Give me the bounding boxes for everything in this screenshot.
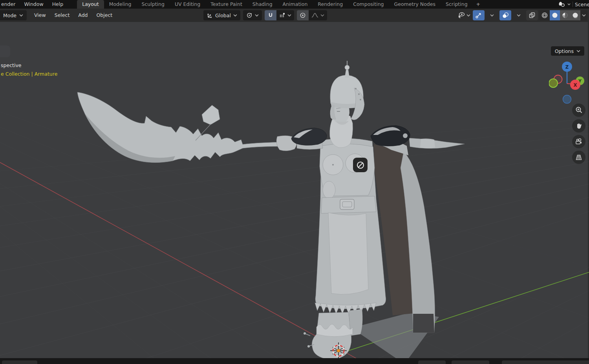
scene-name[interactable]: Scene bbox=[575, 2, 589, 7]
chevron-down-icon bbox=[576, 50, 580, 53]
menu-view[interactable]: View bbox=[30, 9, 50, 22]
proportional-editing-toggle[interactable] bbox=[297, 10, 309, 20]
snap-target-dropdown[interactable] bbox=[276, 10, 294, 20]
solid-shading-button[interactable] bbox=[550, 10, 560, 20]
camera-view-button[interactable] bbox=[572, 135, 585, 148]
statusbar-button[interactable] bbox=[452, 360, 489, 364]
tab-scripting[interactable]: Scripting bbox=[441, 0, 473, 9]
mode-dropdown[interactable]: Mode bbox=[0, 10, 27, 20]
disabled-cursor-icon bbox=[356, 161, 365, 169]
proportional-edit-group bbox=[297, 10, 327, 20]
visibility-icon bbox=[457, 12, 465, 19]
chevron-down-icon bbox=[567, 3, 571, 5]
chevron-down-icon bbox=[255, 14, 259, 17]
tab-compositing[interactable]: Compositing bbox=[348, 0, 389, 9]
zoom-icon bbox=[575, 106, 583, 114]
viewport-nav-buttons bbox=[572, 104, 585, 164]
menu-help[interactable]: Help bbox=[48, 0, 68, 9]
options-button[interactable]: Options bbox=[551, 46, 584, 56]
statusbar-button[interactable] bbox=[418, 360, 446, 364]
tab-rendering[interactable]: Rendering bbox=[313, 0, 348, 9]
magnet-icon bbox=[267, 12, 274, 18]
mode-label: Mode bbox=[3, 13, 16, 18]
material-shading-icon bbox=[562, 12, 569, 19]
menu-window[interactable]: Window bbox=[20, 0, 48, 9]
chevron-down-icon bbox=[490, 14, 494, 17]
menu-render[interactable]: ender bbox=[1, 0, 20, 9]
overlays-dropdown[interactable] bbox=[513, 10, 525, 20]
3d-viewport[interactable]: spective e Collection | Armature Options… bbox=[0, 22, 589, 358]
gizmo-toggle-icon bbox=[475, 12, 482, 19]
menu-object[interactable]: Object bbox=[92, 9, 117, 22]
tab-uv-editing[interactable]: UV Editing bbox=[170, 0, 205, 9]
orientation-label: Global bbox=[215, 13, 231, 18]
workspace-tabs: Layout Modeling Sculpting UV Editing Tex… bbox=[77, 0, 484, 9]
character-model bbox=[276, 61, 465, 359]
weapon-glaive bbox=[77, 92, 295, 162]
show-gizmo-toggle[interactable] bbox=[473, 10, 485, 20]
material-shading-button[interactable] bbox=[560, 10, 570, 20]
shading-dropdown[interactable] bbox=[580, 10, 587, 20]
weapon-cone bbox=[202, 105, 220, 125]
xray-icon bbox=[529, 12, 536, 19]
tab-texture-paint[interactable]: Texture Paint bbox=[205, 0, 247, 9]
statusbar-button[interactable] bbox=[2, 360, 37, 364]
view-name-overlay: spective bbox=[1, 62, 21, 68]
topbar-divider bbox=[573, 2, 573, 7]
scene-render bbox=[0, 22, 589, 364]
statusbar bbox=[0, 358, 589, 364]
falloff-curve-icon bbox=[311, 12, 318, 18]
gizmo-dropdown[interactable] bbox=[486, 10, 498, 20]
chevron-down-icon bbox=[233, 14, 237, 17]
chevron-down-icon bbox=[466, 14, 470, 17]
snap-toggle-button[interactable] bbox=[265, 10, 276, 20]
chevron-down-icon bbox=[287, 14, 291, 17]
pivot-point-icon bbox=[246, 12, 252, 18]
chevron-down-icon bbox=[320, 14, 324, 17]
statusbar-button[interactable] bbox=[502, 360, 589, 364]
transform-snap-cluster: Global bbox=[203, 10, 327, 20]
tab-sculpting[interactable]: Sculpting bbox=[137, 0, 170, 9]
navigation-gizmo[interactable]: Y X Z bbox=[549, 61, 587, 105]
add-workspace-button[interactable]: + bbox=[473, 0, 484, 9]
tab-animation[interactable]: Animation bbox=[278, 0, 313, 9]
tab-layout[interactable]: Layout bbox=[77, 0, 104, 9]
ortho-toggle-button[interactable] bbox=[572, 151, 585, 164]
gizmo-neg-z-ball[interactable] bbox=[563, 95, 571, 104]
viewport-display-cluster bbox=[457, 10, 587, 20]
visibility-dropdown[interactable] bbox=[457, 10, 471, 20]
rendered-shading-button[interactable] bbox=[570, 10, 580, 20]
chevron-down-icon bbox=[582, 14, 586, 17]
transform-orientation-dropdown[interactable]: Global bbox=[203, 10, 240, 20]
apron bbox=[328, 213, 368, 294]
snapping-group bbox=[265, 10, 294, 20]
camera-view-icon bbox=[575, 138, 583, 146]
show-overlays-toggle[interactable] bbox=[499, 10, 511, 20]
options-label: Options bbox=[555, 48, 574, 54]
scene-selector[interactable]: Scene bbox=[558, 0, 589, 9]
pan-hand-icon bbox=[575, 122, 583, 130]
tab-modeling[interactable]: Modeling bbox=[104, 0, 137, 9]
pivot-point-dropdown[interactable] bbox=[243, 10, 262, 20]
topbar: ender Window Help Layout Modeling Sculpt… bbox=[0, 0, 589, 9]
gizmo-x-label: X bbox=[574, 82, 577, 88]
disabled-cursor-badge bbox=[353, 158, 368, 172]
tab-shading[interactable]: Shading bbox=[247, 0, 278, 9]
pan-button[interactable] bbox=[572, 119, 585, 133]
xray-toggle[interactable] bbox=[526, 10, 538, 20]
gizmo-z-label: Z bbox=[565, 64, 569, 70]
wireframe-shading-button[interactable] bbox=[540, 10, 550, 20]
gizmo-neg-y-ball[interactable] bbox=[549, 79, 558, 87]
shading-mode-group bbox=[540, 10, 587, 20]
topbar-menus: ender Window Help bbox=[0, 0, 68, 9]
tab-geometry-nodes[interactable]: Geometry Nodes bbox=[389, 0, 441, 9]
proportional-editing-icon bbox=[300, 12, 306, 18]
toolbar-flap[interactable] bbox=[0, 46, 10, 57]
menu-add[interactable]: Add bbox=[74, 9, 92, 22]
snap-target-icon bbox=[279, 12, 285, 18]
zoom-button[interactable] bbox=[572, 104, 585, 117]
falloff-dropdown[interactable] bbox=[309, 10, 327, 20]
overlays-icon bbox=[502, 12, 509, 19]
menu-select[interactable]: Select bbox=[50, 9, 74, 22]
chevron-down-icon bbox=[19, 14, 23, 17]
